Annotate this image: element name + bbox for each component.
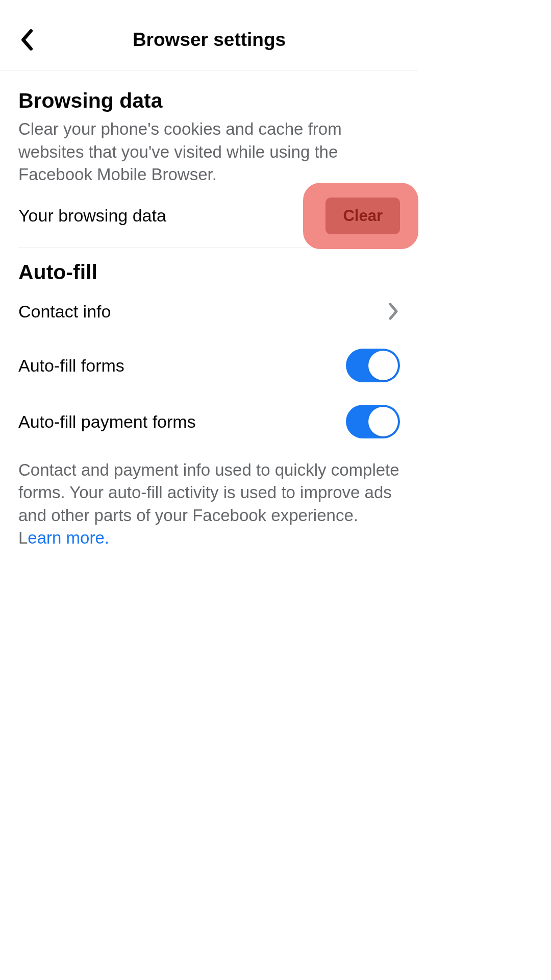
chevron-right-icon <box>387 301 400 322</box>
auto-fill-forms-row: Auto-fill forms <box>18 344 400 388</box>
back-button[interactable] <box>15 29 38 51</box>
contact-info-label: Contact info <box>18 302 111 322</box>
auto-fill-payment-row: Auto-fill payment forms <box>18 400 400 445</box>
auto-fill-payment-toggle[interactable] <box>346 405 400 438</box>
toggle-knob <box>368 351 398 380</box>
auto-fill-title: Auto-fill <box>18 260 400 284</box>
auto-fill-payment-label: Auto-fill payment forms <box>18 412 196 432</box>
page-title: Browser settings <box>133 29 286 51</box>
contact-info-row[interactable]: Contact info <box>18 289 400 334</box>
nav-header: Browser settings <box>0 9 418 70</box>
clear-button[interactable]: Clear <box>325 198 400 234</box>
learn-more-link[interactable]: earn more. <box>28 528 109 547</box>
content: Browsing data Clear your phone's cookies… <box>0 70 418 550</box>
auto-fill-footer: Contact and payment info used to quickly… <box>18 459 400 550</box>
browsing-data-description: Clear your phone's cookies and cache fro… <box>18 118 400 186</box>
auto-fill-forms-label: Auto-fill forms <box>18 356 124 376</box>
toggle-knob <box>368 407 398 436</box>
your-browsing-data-label: Your browsing data <box>18 206 166 226</box>
status-bar <box>0 0 418 9</box>
auto-fill-forms-toggle[interactable] <box>346 349 400 382</box>
your-browsing-data-row: Your browsing data Clear <box>18 198 400 248</box>
chevron-left-icon <box>19 29 34 51</box>
clear-highlight-wrap: Clear <box>325 198 400 234</box>
browsing-data-title: Browsing data <box>18 89 400 113</box>
